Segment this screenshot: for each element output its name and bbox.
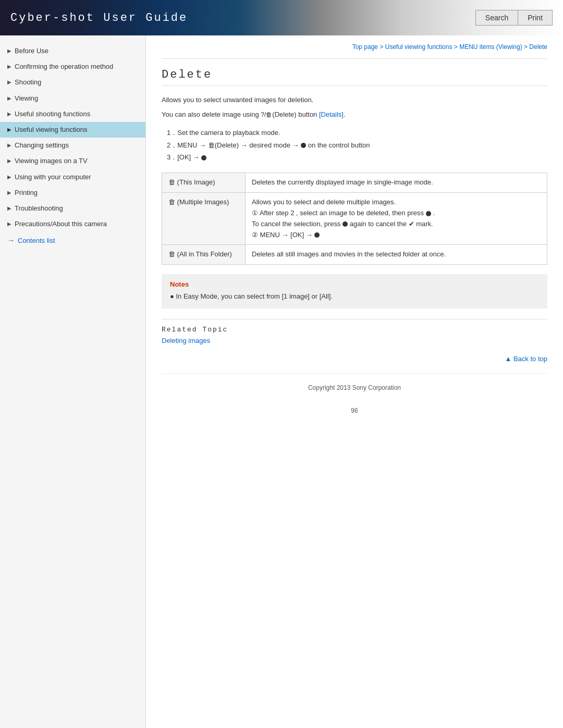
sidebar-item-troubleshooting[interactable]: ▶ Troubleshooting (0, 201, 145, 216)
trash-icon: 🗑 (208, 141, 215, 149)
arrow-icon: ▶ (7, 174, 11, 181)
sidebar-item-precautions[interactable]: ▶ Precautions/About this camera (0, 216, 145, 232)
related-title: Related Topic (162, 326, 547, 334)
related-section: Related Topic Deleting images (162, 319, 547, 344)
table-row: 🗑 (All in This Folder) Deletes all still… (162, 245, 547, 265)
sidebar-item-confirming[interactable]: ▶ Confirming the operation method (0, 59, 145, 75)
back-to-top: ▲ Back to top (162, 355, 547, 363)
sidebar-label: Useful viewing functions (15, 125, 139, 134)
sidebar: ▶ Before Use ▶ Confirming the operation … (0, 35, 146, 728)
sidebar-label: Precautions/About this camera (15, 219, 139, 229)
arrow-icon: ▶ (7, 63, 11, 70)
sidebar-label: Using with your computer (15, 172, 139, 182)
check-mark-icon: ✔ (409, 220, 414, 228)
table-cell-desc: Deletes all still images and movies in t… (246, 245, 547, 265)
arrow-icon: ▶ (7, 220, 11, 228)
notes-item: ● In Easy Mode, you can select from [1 i… (170, 291, 539, 302)
arrow-icon: ▶ (7, 142, 11, 149)
table-cell-desc: Allows you to select and delete multiple… (246, 193, 547, 245)
trash-icon: 🗑 (168, 250, 175, 258)
arrow-icon: ▶ (7, 157, 11, 165)
delete-table: 🗑 (This Image) Deletes the currently dis… (162, 172, 547, 265)
back-to-top-link[interactable]: ▲ Back to top (505, 355, 547, 363)
contents-list-link[interactable]: → Contents list (0, 232, 145, 249)
intro-line1: Allows you to select unwanted images for… (162, 94, 547, 106)
intro-line2: You can also delete image using ?/🗑(Dele… (162, 109, 547, 120)
sidebar-label: Shooting (15, 78, 139, 87)
intro-text-before: You can also delete image using (162, 110, 261, 118)
breadcrumb-top[interactable]: Top page (352, 43, 378, 51)
arrow-icon: ▶ (7, 205, 11, 212)
header-buttons: Search Print (475, 10, 553, 26)
breadcrumb-sep2: > (454, 43, 459, 51)
sidebar-label: Confirming the operation method (15, 62, 139, 71)
notes-title: Notes (170, 280, 539, 288)
sidebar-item-printing[interactable]: ▶ Printing (0, 185, 145, 201)
breadcrumb-menu[interactable]: MENU items (Viewing) (459, 43, 522, 51)
sidebar-item-viewing-tv[interactable]: ▶ Viewing images on a TV (0, 153, 145, 169)
table-cell-label: 🗑 (This Image) (162, 173, 246, 193)
table-cell-label: 🗑 (All in This Folder) (162, 245, 246, 265)
sidebar-item-useful-shooting[interactable]: ▶ Useful shooting functions (0, 106, 145, 122)
sidebar-label: Viewing (15, 94, 139, 103)
sidebar-item-shooting[interactable]: ▶ Shooting (0, 75, 145, 90)
print-button[interactable]: Print (518, 10, 553, 26)
step-1: 1．Set the camera to playback mode. (167, 127, 547, 139)
table-cell-desc: Deletes the currently displayed image in… (246, 173, 547, 193)
notes-section: Notes ● In Easy Mode, you can select fro… (162, 274, 547, 309)
sidebar-item-before-use[interactable]: ▶ Before Use (0, 43, 145, 59)
sidebar-item-useful-viewing[interactable]: ▶ Useful viewing functions (0, 122, 145, 138)
header-title: Cyber-shot User Guide (10, 11, 188, 24)
arrow-icon: → (199, 141, 206, 149)
breadcrumb-sep3: > (524, 43, 529, 51)
content-area: Top page > Useful viewing functions > ME… (146, 35, 563, 728)
breadcrumb-useful[interactable]: Useful viewing functions (385, 43, 452, 51)
breadcrumb: Top page > Useful viewing functions > ME… (162, 41, 547, 59)
trash-icon: 🗑 (168, 178, 175, 186)
sidebar-item-changing-settings[interactable]: ▶ Changing settings (0, 138, 145, 153)
main-container: ▶ Before Use ▶ Confirming the operation … (0, 35, 563, 728)
breadcrumb-sep1: > (380, 43, 385, 51)
arrow-icon: ▶ (7, 95, 11, 102)
arrow-right-icon: → (7, 236, 15, 244)
arrow-icon: ▶ (7, 110, 11, 118)
breadcrumb-current: Delete (529, 43, 547, 51)
table-row: 🗑 (This Image) Deletes the currently dis… (162, 173, 547, 193)
copyright-text: Copyright 2013 Sony Corporation (308, 384, 401, 391)
contents-list-label: Contents list (18, 237, 55, 244)
sidebar-label: Changing settings (15, 141, 139, 150)
sidebar-item-computer[interactable]: ▶ Using with your computer (0, 169, 145, 185)
sidebar-label: Troubleshooting (15, 204, 139, 213)
arrow-icon: ▶ (7, 47, 11, 55)
deleting-images-link[interactable]: Deleting images (162, 337, 210, 344)
sidebar-item-viewing[interactable]: ▶ Viewing (0, 91, 145, 106)
step-2: 2．MENU → 🗑(Delete) → desired mode → on t… (167, 139, 547, 151)
arrow-icon: ▶ (7, 79, 11, 86)
trash-icon: 🗑 (168, 198, 175, 206)
sidebar-label: Useful shooting functions (15, 109, 139, 119)
search-button[interactable]: Search (475, 10, 518, 26)
table-row: 🗑 (Multiple Images) Allows you to select… (162, 193, 547, 245)
sidebar-label: Before Use (15, 46, 139, 56)
step-3: 3．[OK] → (167, 151, 547, 163)
arrow-icon: ▶ (7, 189, 11, 196)
steps-section: 1．Set the camera to playback mode. 2．MEN… (162, 127, 547, 163)
arrow-icon: ▶ (7, 126, 11, 133)
sidebar-label: Viewing images on a TV (15, 156, 139, 166)
table-cell-label: 🗑 (Multiple Images) (162, 193, 246, 245)
sidebar-label: Printing (15, 188, 139, 198)
header: Cyber-shot User Guide Search Print (0, 0, 563, 35)
page-title: Delete (162, 68, 547, 86)
delete-icon: ?/🗑 (261, 111, 272, 118)
details-link[interactable]: [Details] (319, 110, 344, 118)
footer: Copyright 2013 Sony Corporation (162, 373, 547, 402)
page-number: 96 (162, 402, 547, 419)
intro-text-mid: (Delete) button (272, 110, 319, 118)
